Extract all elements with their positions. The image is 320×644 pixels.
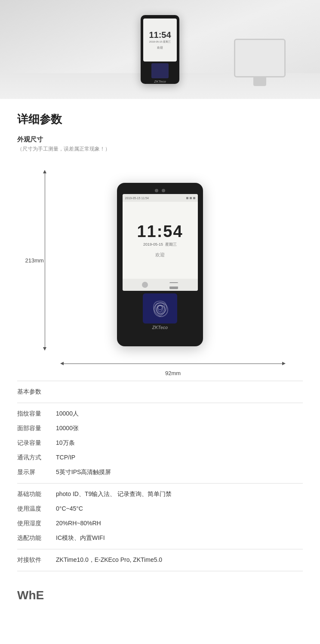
status-icon-3 [193, 197, 195, 199]
dim-arrow-left [60, 362, 64, 365]
spec-key-optional: 选配功能 [17, 534, 56, 542]
device-screen: 2019-05-15 11:54 11:54 2019-05-15 星期三 [123, 194, 198, 291]
hero-time-display: 11:54 [149, 30, 171, 40]
camera-icon [142, 282, 148, 288]
device-topbar-time: 2019-05-15 11:54 [125, 197, 149, 200]
spec-val-record: 10万条 [56, 439, 303, 447]
spec-val-humidity: 20%RH~80%RH [56, 520, 303, 527]
monitor-stand [253, 77, 266, 86]
spec-val-optional: IC模块、内置WIFI [56, 534, 303, 542]
specs-group-basic: 基本参数 [17, 381, 303, 403]
monitor-screen [234, 39, 286, 77]
device-sensors [155, 189, 165, 192]
dim-height-label: 213mm [25, 257, 44, 264]
spec-row-optional: 选配功能 IC模块、内置WIFI [17, 531, 303, 545]
hero-fingerprint-sensor [151, 63, 169, 78]
spec-row-fingerprint: 指纹容量 10000人 [17, 407, 303, 421]
device-bottom-bar [123, 279, 198, 291]
spec-row-temp: 使用温度 0°C~45°C [17, 502, 303, 516]
spec-row-basic-header: 基本参数 [17, 385, 303, 399]
spec-key-display: 显示屏 [17, 468, 56, 476]
spec-row-record: 记录容量 10万条 [17, 436, 303, 450]
spec-key-basic: 基本参数 [17, 388, 56, 396]
device-welcome: 欢迎 [155, 252, 165, 258]
spec-key-comm: 通讯方式 [17, 454, 56, 462]
device-screen-topbar: 2019-05-15 11:54 [123, 194, 198, 202]
footer-area: WhE [17, 571, 303, 611]
hero-date-display: 2019-05-15 星期三 [149, 40, 171, 44]
spec-val-display: 5英寸IPS高清触摸屏 [56, 468, 303, 476]
specs-group-function: 基础功能 photo ID、T9输入法、 记录查询、简单门禁 使用温度 0°C~… [17, 483, 303, 549]
dimension-label: 外观尺寸 [17, 136, 303, 144]
spec-row-face: 面部容量 10000张 [17, 421, 303, 436]
spec-row-function: 基础功能 photo ID、T9输入法、 记录查询、简单门禁 [17, 487, 303, 502]
device-status-icons [186, 197, 195, 199]
spec-key-record: 记录容量 [17, 439, 56, 447]
spec-val-comm: TCP/IP [56, 454, 303, 461]
sensor-dot-1 [155, 189, 158, 192]
hero-device-body: 11:54 2019-05-15 星期三 欢迎 ZKTeco [141, 15, 179, 84]
spec-row-software: 对接软件 ZKTime10.0，E-ZKEco Pro, ZKTime5.0 [17, 553, 303, 567]
status-icon-2 [190, 197, 192, 199]
spec-val-temp: 0°C~45°C [56, 505, 303, 512]
fingerprint-sensor [143, 293, 177, 324]
spec-val-function: photo ID、T9输入法、 记录查询、简单门禁 [56, 490, 303, 498]
dim-line-vertical: 213mm [45, 173, 45, 347]
dim-width-label: 92mm [165, 370, 181, 376]
spec-key-fingerprint: 指纹容量 [17, 410, 56, 418]
spec-val-software: ZKTime10.0，E-ZKEco Pro, ZKTime5.0 [56, 556, 303, 564]
hero-brand-label: ZKTeco [154, 80, 166, 83]
dimension-note: （尺寸为手工测量，误差属正常现象！） [17, 145, 303, 153]
dim-arrow-right [282, 362, 286, 365]
whe-text: WhE [17, 589, 44, 602]
svg-point-0 [158, 305, 162, 310]
spec-key-humidity: 使用湿度 [17, 520, 56, 527]
spec-row-display: 显示屏 5英寸IPS高清触摸屏 [17, 465, 303, 480]
device-brand: ZKTeco [152, 325, 168, 330]
section-title: 详细参数 [17, 112, 303, 127]
dimensions-diagram: 213mm 2019-05-15 11:54 [17, 161, 303, 368]
vertical-dimension: 213mm [43, 170, 46, 351]
spec-key-face: 面部容量 [17, 425, 56, 432]
status-icon-1 [186, 197, 188, 199]
fingerprint-pattern [149, 299, 171, 318]
specs-group-capacity: 指纹容量 10000人 面部容量 10000张 记录容量 10万条 通讯方式 T… [17, 403, 303, 483]
spec-key-temp: 使用温度 [17, 505, 56, 513]
spec-val-face: 10000张 [56, 425, 303, 432]
hero-banner: 11:54 2019-05-15 星期三 欢迎 ZKTeco [0, 0, 320, 99]
hero-welcome-text: 欢迎 [157, 46, 163, 50]
dim-line-horizontal [64, 364, 282, 364]
dim-arrow-top [43, 170, 46, 173]
menu-icon [169, 282, 178, 287]
dimensions-section: 外观尺寸 （尺寸为手工测量，误差属正常现象！） 213mm [17, 136, 303, 368]
spec-row-comm: 通讯方式 TCP/IP [17, 450, 303, 465]
hero-device: 11:54 2019-05-15 星期三 欢迎 ZKTeco [141, 15, 179, 84]
spec-key-software: 对接软件 [17, 556, 56, 564]
device-screen-body: 11:54 2019-05-15 星期三 欢迎 [123, 202, 198, 279]
specs-group-software: 对接软件 ZKTime10.0，E-ZKEco Pro, ZKTime5.0 [17, 549, 303, 571]
horizontal-dimension: 92mm [60, 359, 286, 368]
spec-row-humidity: 使用湿度 20%RH~80%RH [17, 516, 303, 531]
dim-arrow-bottom [43, 347, 46, 351]
hero-monitor [234, 39, 286, 86]
main-content: 详细参数 外观尺寸 （尺寸为手工测量，误差属正常现象！） 213mm [0, 99, 320, 624]
device-date-display: 2019-05-15 星期三 [143, 242, 177, 247]
spec-key-function: 基础功能 [17, 490, 56, 498]
spec-val-fingerprint: 10000人 [56, 410, 303, 418]
device-illustration: 2019-05-15 11:54 11:54 2019-05-15 星期三 [117, 183, 203, 346]
sensor-dot-2 [162, 189, 165, 192]
device-time-display: 11:54 [137, 222, 183, 241]
hero-device-screen: 11:54 2019-05-15 星期三 欢迎 [143, 18, 177, 62]
specs-section: 基本参数 指纹容量 10000人 面部容量 10000张 记录容量 10万条 通… [17, 381, 303, 571]
